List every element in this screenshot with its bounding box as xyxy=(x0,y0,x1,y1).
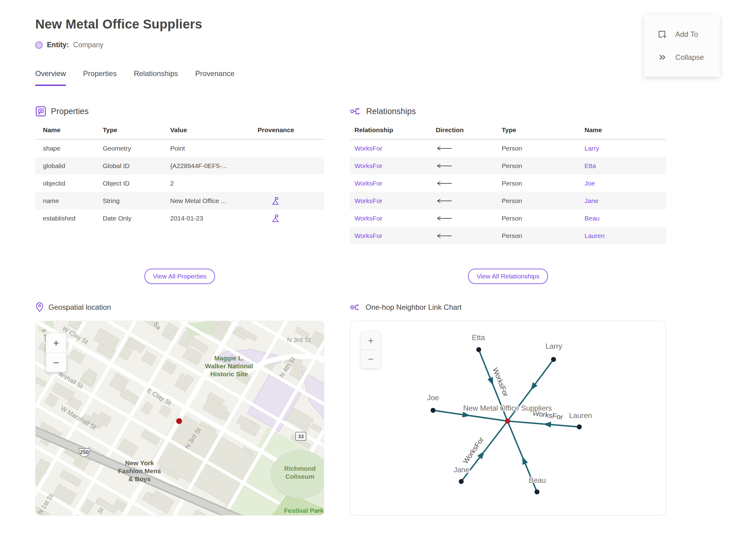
table-row: WorksForPersonLarry xyxy=(350,140,666,157)
tab-bar: Overview Properties Relationships Proven… xyxy=(35,69,736,86)
person-link[interactable]: Beau xyxy=(585,215,600,222)
node-label: Joe xyxy=(427,393,439,402)
person-link[interactable]: Jane xyxy=(585,197,599,204)
graph-node-center[interactable] xyxy=(505,419,510,424)
col-value: Value xyxy=(170,126,258,134)
prop-value: 2 xyxy=(170,180,258,187)
street-label: N 3rd St xyxy=(287,336,311,343)
provenance-flag-icon[interactable] xyxy=(271,214,279,223)
prop-type: Date Only xyxy=(103,215,170,222)
collapse-button[interactable]: Collapse xyxy=(657,53,720,62)
relationships-section-title: Relationships xyxy=(366,107,416,116)
overview-content: Properties Relationships Name Type Value… xyxy=(35,102,736,512)
col-type: Type xyxy=(103,126,170,134)
prop-name: established xyxy=(35,215,103,222)
node-label: Lauren xyxy=(569,411,592,420)
svg-text:250: 250 xyxy=(80,449,89,455)
tab-provenance[interactable]: Provenance xyxy=(195,69,235,86)
edge-label: WorksFor xyxy=(461,435,485,465)
relationships-section-header: Relationships xyxy=(350,102,666,119)
route-shield: 33 xyxy=(296,432,306,440)
tab-relationships[interactable]: Relationships xyxy=(134,69,178,86)
prop-type: Geometry xyxy=(103,145,170,152)
prop-name: objectid xyxy=(35,180,103,187)
one-hop-icon xyxy=(350,302,361,312)
relationship-link[interactable]: WorksFor xyxy=(355,232,382,239)
prop-value: Point xyxy=(170,145,258,152)
relationship-link[interactable]: WorksFor xyxy=(355,215,382,222)
col-direction: Direction xyxy=(436,126,502,134)
direction-cell xyxy=(436,233,502,238)
tab-properties[interactable]: Properties xyxy=(83,69,117,86)
prop-name: globalid xyxy=(35,162,103,170)
add-to-label: Add To xyxy=(675,30,698,39)
graph-node-lauren[interactable] xyxy=(577,424,582,429)
entity-type-icon xyxy=(35,41,43,49)
geospatial-section-title: Geospatial location xyxy=(48,303,111,312)
prop-name: shape xyxy=(35,145,103,152)
svg-text:33: 33 xyxy=(298,434,304,439)
relationship-link[interactable]: WorksFor xyxy=(355,145,382,152)
add-to-button[interactable]: Add To xyxy=(657,29,720,39)
entity-page: New Metal Office Suppliers Entity: Compa… xyxy=(0,0,736,560)
relationships-icon xyxy=(350,106,362,117)
relationship-link[interactable]: WorksFor xyxy=(355,162,382,169)
chart-zoom-out-button[interactable]: − xyxy=(361,350,380,368)
direction-cell xyxy=(436,181,502,186)
relationships-table: Relationship Direction Type Name WorksFo… xyxy=(350,119,666,266)
center-node-label: New Metal Office Suppliers xyxy=(463,404,552,412)
person-link[interactable]: Joe xyxy=(585,180,595,187)
direction-cell xyxy=(436,198,502,203)
map-pin-icon xyxy=(35,302,44,312)
relationship-link[interactable]: WorksFor xyxy=(355,180,382,187)
direction-cell xyxy=(436,216,502,221)
chart-zoom-in-button[interactable]: + xyxy=(361,332,380,350)
rel-type: Person xyxy=(502,215,585,222)
col-relationship: Relationship xyxy=(350,126,436,134)
table-row: WorksForPersonJoe xyxy=(350,175,666,192)
map-attribution-toggle[interactable] xyxy=(315,507,322,514)
map-zoom-in-button[interactable]: + xyxy=(46,333,66,353)
prop-type: Object ID xyxy=(103,180,170,187)
actions-panel: Add To Collapse xyxy=(644,15,720,77)
chart-zoom-control: + − xyxy=(361,332,380,368)
rel-type: Person xyxy=(502,162,585,170)
graph-node-larry[interactable] xyxy=(551,357,556,362)
view-all-relationships-button[interactable]: View All Relationships xyxy=(468,269,548,284)
graph-node-etta[interactable] xyxy=(476,347,481,352)
table-row: WorksForPersonBeau xyxy=(350,209,666,227)
entity-location-marker[interactable] xyxy=(176,418,182,424)
properties-section-title: Properties xyxy=(51,107,89,116)
map-zoom-out-button[interactable]: − xyxy=(46,353,66,372)
entity-subtitle: Entity: Company xyxy=(35,41,736,49)
properties-table: Name Type Value Provenance shapeGeometry… xyxy=(35,119,324,266)
provenance-flag-icon[interactable] xyxy=(271,197,279,205)
relationship-link[interactable]: WorksFor xyxy=(355,197,382,204)
table-row: WorksForPersonEtta xyxy=(350,157,666,175)
linkchart-section-title: One-hop Neighbor Link Chart xyxy=(366,303,462,312)
link-chart: WorksForWorksForWorksForEttaLarryJoeLaur… xyxy=(350,321,666,516)
edge-arrow xyxy=(531,382,538,390)
left-arrow-icon xyxy=(436,216,453,221)
view-all-properties-button[interactable]: View All Properties xyxy=(144,269,215,284)
chart-canvas[interactable]: WorksForWorksForWorksForEttaLarryJoeLaur… xyxy=(350,321,666,516)
graph-node-joe[interactable] xyxy=(431,408,435,413)
edge-arrow xyxy=(462,412,470,417)
map-zoom-control: + − xyxy=(46,333,66,372)
edge-arrow xyxy=(522,456,528,465)
tab-overview[interactable]: Overview xyxy=(35,69,66,86)
node-label: Etta xyxy=(472,333,485,342)
graph-node-beau[interactable] xyxy=(535,489,539,494)
person-link[interactable]: Larry xyxy=(585,145,599,152)
map-canvas[interactable]: k RdW Clay StSaarshall StW Marshall StE … xyxy=(35,321,324,516)
rel-type: Person xyxy=(502,232,585,240)
table-row: shapeGeometryPoint xyxy=(35,140,324,157)
person-link[interactable]: Lauren xyxy=(585,232,604,239)
col-provenance: Provenance xyxy=(258,126,324,134)
person-link[interactable]: Etta xyxy=(585,162,596,169)
collapse-icon xyxy=(657,53,667,62)
col-rel-name: Name xyxy=(585,126,666,134)
entity-label: Entity: xyxy=(47,41,69,49)
graph-node-jane[interactable] xyxy=(459,479,464,484)
prop-name: name xyxy=(35,197,103,205)
